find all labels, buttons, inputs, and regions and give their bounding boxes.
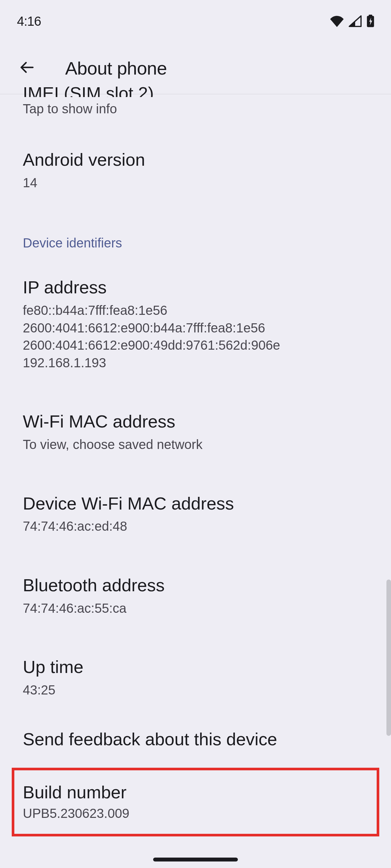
setting-title: Send feedback about this device (23, 729, 368, 750)
setting-title: Android version (23, 150, 368, 170)
setting-title: IP address (23, 277, 368, 298)
setting-row-wifi-mac[interactable]: Wi-Fi MAC address To view, choose saved … (0, 387, 391, 469)
page-title: About phone (65, 58, 167, 79)
setting-row-send-feedback[interactable]: Send feedback about this device (0, 715, 391, 766)
wifi-icon (330, 15, 344, 27)
setting-row-imei[interactable]: IMEI (SIM slot 2) Tap to show info (0, 83, 391, 135)
setting-title: IMEI (SIM slot 2) (23, 83, 368, 97)
cellular-icon (348, 15, 362, 27)
status-bar: 4:16 (0, 0, 391, 42)
setting-subtitle: 14 (23, 174, 368, 192)
svg-rect-1 (369, 14, 372, 16)
setting-row-build-number[interactable]: Build number UPB5.230623.009 (12, 768, 379, 836)
section-header-device-identifiers: Device identifiers (0, 207, 391, 253)
back-button[interactable] (14, 55, 40, 81)
setting-subtitle: Tap to show info (23, 101, 368, 116)
setting-subtitle: 74:74:46:ac:55:ca (23, 600, 368, 617)
setting-subtitle: To view, choose saved network (23, 436, 368, 454)
status-time: 4:16 (17, 14, 41, 29)
setting-row-bluetooth-address[interactable]: Bluetooth address 74:74:46:ac:55:ca (0, 551, 391, 632)
setting-title: Bluetooth address (23, 575, 368, 596)
gesture-nav-handle[interactable] (153, 858, 238, 862)
setting-title: Build number (23, 782, 368, 802)
setting-row-up-time[interactable]: Up time 43:25 (0, 632, 391, 714)
setting-title: Wi-Fi MAC address (23, 411, 368, 432)
status-icons (330, 14, 375, 28)
setting-subtitle: 74:74:46:ac:ed:48 (23, 518, 368, 535)
setting-row-device-wifi-mac[interactable]: Device Wi-Fi MAC address 74:74:46:ac:ed:… (0, 469, 391, 551)
battery-charging-icon (366, 14, 375, 28)
setting-subtitle: fe80::b44a:7fff:fea8:1e56 2600:4041:6612… (23, 302, 368, 371)
setting-title: Device Wi-Fi MAC address (23, 493, 368, 514)
setting-row-ip-address[interactable]: IP address fe80::b44a:7fff:fea8:1e56 260… (0, 253, 391, 387)
settings-list: IMEI (SIM slot 2) Tap to show info Andro… (0, 83, 391, 836)
setting-subtitle: UPB5.230623.009 (23, 806, 368, 821)
setting-row-android-version[interactable]: Android version 14 (0, 135, 391, 207)
arrow-back-icon (19, 59, 35, 77)
setting-subtitle: 43:25 (23, 681, 368, 699)
scrollbar-thumb[interactable] (386, 580, 391, 736)
setting-title: Up time (23, 657, 368, 678)
